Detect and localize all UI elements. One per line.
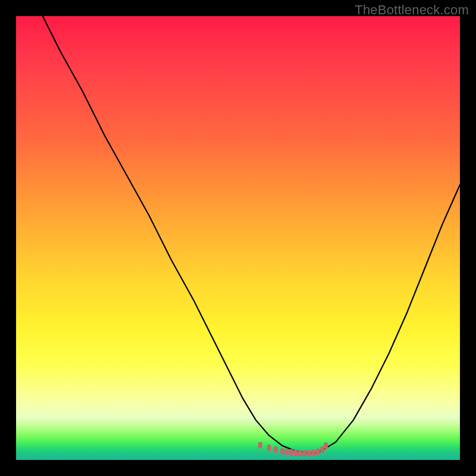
chart-frame: TheBottleneck.com	[0, 0, 476, 476]
gradient-background	[16, 16, 460, 460]
plot-area	[16, 16, 460, 460]
